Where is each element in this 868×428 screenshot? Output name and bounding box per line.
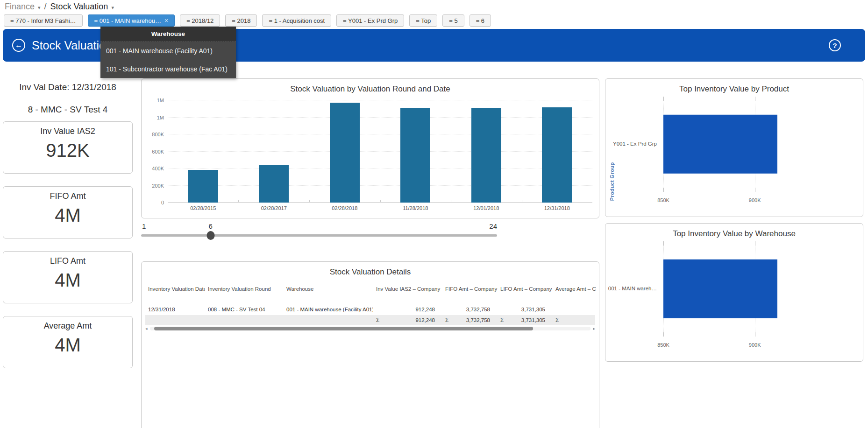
filter-chip-label: = Top <box>416 17 431 24</box>
table-total-cell: Σ3,731,305 <box>498 315 553 325</box>
filter-chip-bar: = 770 - Infor M3 Fashi…= 001 - MAIN ware… <box>4 14 491 27</box>
valuation-round-text: 8 - MMC - SV Test 4 <box>3 105 133 115</box>
table-header-row: Inventory Valuation DateInventory Valuat… <box>145 284 595 304</box>
chart-title: Top Inventory Value by Warehouse <box>605 224 863 239</box>
filter-chip[interactable]: = 2018/12 <box>180 14 220 27</box>
x-axis-labels: 850K900K <box>663 197 855 205</box>
bar[interactable] <box>330 103 360 203</box>
bar[interactable] <box>663 260 777 318</box>
bar[interactable] <box>542 107 572 203</box>
kpi-card[interactable]: Average Amt4M <box>3 316 133 368</box>
filter-chip[interactable]: = 770 - Infor M3 Fashi… <box>4 14 83 27</box>
slider-track[interactable] <box>141 234 497 237</box>
table-header-cell[interactable]: FIFO Amt – Company <box>442 284 498 304</box>
kpi-card[interactable]: LIFO Amt4M <box>3 251 133 303</box>
y-axis-tick-label: 0 <box>161 200 164 205</box>
table-header-cell[interactable]: Inventory Valuation Date <box>145 284 205 304</box>
table-cell: 3,732,758 <box>442 304 498 315</box>
question-mark-icon: ? <box>832 42 837 49</box>
x-axis-tick-label: 12/01/2018 <box>473 205 499 211</box>
table-header-cell[interactable]: Inventory Valuation Round <box>205 284 284 304</box>
x-axis-labels: 850K900K <box>663 342 855 350</box>
table-horizontal-scrollbar: ◂ ▸ <box>145 326 595 331</box>
chart-body: 0200K400K600K800K1M1M <box>142 100 599 203</box>
x-axis-tick-label: 850K <box>657 197 669 203</box>
table-header-cell[interactable]: Warehouse <box>284 284 373 304</box>
breadcrumb-section-label: Finance <box>5 2 35 11</box>
x-axis-labels: 02/28/201502/28/201702/28/201811/28/2018… <box>168 203 592 214</box>
right-column: Top Inventory Value by Product Product G… <box>605 78 863 362</box>
x-axis-tick-label: 850K <box>657 342 669 348</box>
table-header-cell[interactable]: Average Amt – Co <box>553 284 596 304</box>
filter-chip[interactable]: = Y001 - Ex Prd Grp <box>336 14 404 27</box>
slider-current-value-label: 6 <box>208 222 212 230</box>
filter-chip-label: = 5 <box>449 17 457 24</box>
table-title: Stock Valuation Details <box>142 262 599 277</box>
sum-icon: Σ <box>500 317 504 323</box>
y-axis-tick-label: 1M <box>157 98 164 103</box>
table-total-cell <box>145 315 205 325</box>
kpi-label: Inv Value IAS2 <box>3 126 132 136</box>
bar[interactable] <box>471 108 501 203</box>
axis-tick-mark <box>663 188 664 192</box>
slider-handle[interactable] <box>206 231 214 240</box>
sum-icon: Σ <box>445 317 448 323</box>
top-inventory-by-product-card: Top Inventory Value by Product Product G… <box>605 78 863 217</box>
breadcrumb-section-finance[interactable]: Finance ▾ <box>5 2 41 12</box>
bar[interactable] <box>188 170 218 203</box>
table-body: 12/31/2018008 - MMC - SV Test 04001 - MA… <box>145 304 595 315</box>
bar[interactable] <box>259 165 289 203</box>
scrollbar-thumb[interactable] <box>154 327 533 330</box>
breadcrumb-page-stock-valuation[interactable]: Stock Valuation ▾ <box>50 2 114 12</box>
y-axis-tick-label: 1M <box>157 115 164 120</box>
table-row[interactable]: 12/31/2018008 - MMC - SV Test 04001 - MA… <box>145 304 595 315</box>
filter-chip[interactable]: = 5 <box>442 14 464 27</box>
center-column: Stock Valuation by Valuation Round and D… <box>141 78 599 428</box>
bar-chart-plot <box>168 100 592 203</box>
filter-chip[interactable]: = 1 - Acquisition cost <box>262 14 331 27</box>
table-total-cell: Σ <box>553 315 596 325</box>
axis-tick-mark <box>755 97 755 101</box>
scroll-right-icon[interactable]: ▸ <box>591 326 595 331</box>
filter-chip[interactable]: = Top <box>409 14 437 27</box>
back-button[interactable]: ← <box>12 39 25 52</box>
breadcrumb-separator: / <box>44 2 47 12</box>
scroll-left-icon[interactable]: ◂ <box>145 326 150 331</box>
details-table: Inventory Valuation DateInventory Valuat… <box>142 284 599 325</box>
table-header-cell[interactable]: Inv Value IAS2 – Company <box>373 284 442 304</box>
x-axis-tick-label: 12/31/2018 <box>544 205 570 211</box>
dropdown-option-list: 001 - MAIN warehouse (Facility A01)101 -… <box>100 42 236 78</box>
bar[interactable] <box>663 115 777 174</box>
chart-body: 001 - MAIN wareh… 850K900K <box>605 240 863 352</box>
x-axis-tick-label: 02/28/2018 <box>332 205 357 211</box>
x-axis-tick-label: 900K <box>749 197 761 203</box>
gridline <box>168 100 592 100</box>
close-icon[interactable]: × <box>164 17 168 24</box>
scrollbar-track[interactable] <box>150 327 591 330</box>
back-arrow-icon: ← <box>15 41 22 49</box>
filter-chip[interactable]: = 6 <box>470 14 491 27</box>
gridline <box>168 134 592 134</box>
x-axis-tick-label: 900K <box>749 342 761 348</box>
total-value: 912,248 <box>415 317 435 323</box>
gridline <box>168 185 592 186</box>
x-axis-tick-label: 11/28/2018 <box>403 205 428 211</box>
category-label: 001 - MAIN wareh… <box>605 240 661 337</box>
chart-title: Stock Valuation by Valuation Round and D… <box>142 79 599 94</box>
help-button[interactable]: ? <box>829 39 841 51</box>
kpi-card[interactable]: FIFO Amt4M <box>3 186 133 239</box>
filter-chip-label: = 770 - Infor M3 Fashi… <box>10 17 76 24</box>
kpi-card[interactable]: Inv Value IAS2912K <box>3 121 133 174</box>
filter-chip[interactable]: = 001 - MAIN warehou…× <box>88 14 175 27</box>
kpi-value: 4M <box>3 335 132 356</box>
filter-chip[interactable]: = 2018 <box>225 14 257 27</box>
dropdown-option[interactable]: 001 - MAIN warehouse (Facility A01) <box>100 42 236 60</box>
dropdown-option[interactable]: 101 - Subcontractor warehouse (Fac A01) <box>100 60 236 78</box>
table-header-cell[interactable]: LIFO Amt – Company <box>498 284 553 304</box>
sum-icon: Σ <box>376 317 379 323</box>
sum-icon: Σ <box>555 317 559 323</box>
bar[interactable] <box>400 108 430 203</box>
x-axis-tick-label: 02/28/2017 <box>261 205 287 211</box>
table-cell: 3,731,305 <box>498 304 553 315</box>
kpi-value: 4M <box>3 270 132 291</box>
